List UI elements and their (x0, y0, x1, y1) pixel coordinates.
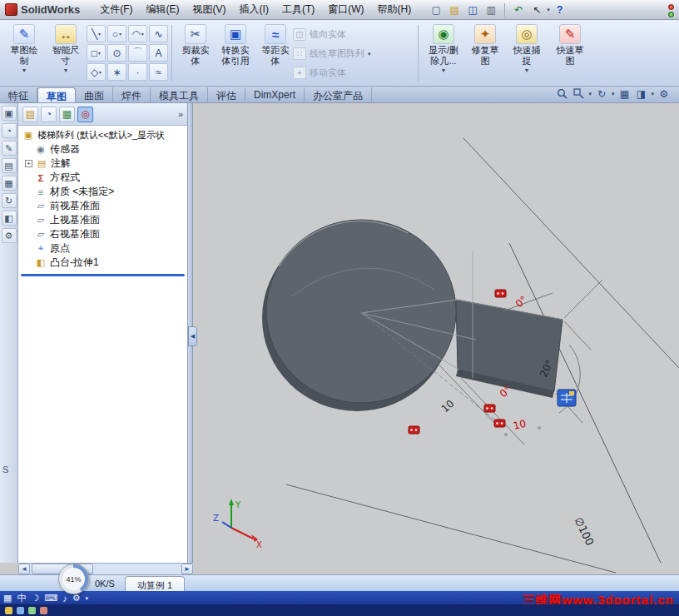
tree-item-material[interactable]: ≡ 材质 <未指定> (18, 185, 187, 199)
smart-dimension-dropdown-icon[interactable]: ▼ (63, 67, 69, 74)
dimxpert-manager-tab-icon[interactable]: ◎ (77, 107, 93, 122)
rectangle-tool-button[interactable]: □▾ (87, 44, 106, 62)
resources-side-tab[interactable]: S (2, 464, 8, 474)
trim-entities-button[interactable]: ✂ 剪裁实 体 (175, 22, 216, 84)
annotation-strip-icon[interactable]: ▤ (2, 158, 17, 173)
view-orientation-dropdown-icon[interactable]: ▾ (612, 91, 615, 97)
dimension-angle-0-top[interactable]: 0° (513, 294, 529, 310)
rapid-sketch-button[interactable]: ✎ 快速草 图 (549, 22, 591, 84)
mirror-entities-button[interactable]: ◫ 镜向实体 (293, 25, 384, 44)
display-delete-relations-button[interactable]: ◉ 显示/删 除几... ▼ (423, 22, 464, 84)
sketch-edge-line[interactable] (286, 484, 616, 573)
diameter-dimension-line[interactable] (509, 243, 661, 563)
ime-keyboard-icon[interactable]: ⌨ (44, 593, 57, 604)
sketch-point[interactable] (504, 433, 508, 436)
dimension-palette-icon[interactable] (558, 390, 576, 406)
perimeter-circle-tool-button[interactable]: ⊙ (107, 44, 126, 62)
ime-language-indicator[interactable]: 中 (17, 592, 26, 604)
menu-tools[interactable]: 工具(T) (275, 0, 321, 19)
open-document-icon[interactable]: ▤ (446, 2, 463, 17)
sketch-button[interactable]: ✎ 草图绘 制 ▼ (3, 22, 45, 84)
scroll-right-icon[interactable]: ► (181, 564, 193, 574)
arc-tool-button[interactable]: ◠▾ (128, 25, 147, 42)
centerline-tool-button[interactable]: ≈ (149, 63, 168, 81)
select-filter-icon[interactable]: ▣ (2, 106, 17, 121)
tab-evaluate[interactable]: 评估 (208, 87, 245, 102)
tab-sketch[interactable]: 草图 (37, 87, 76, 102)
rollback-bar[interactable] (21, 274, 185, 276)
tab-weldments[interactable]: 焊件 (113, 87, 151, 102)
menu-insert[interactable]: 插入(I) (233, 0, 275, 19)
print-icon[interactable]: ▥ (483, 2, 499, 17)
pattern-dropdown-icon[interactable]: ▾ (368, 50, 371, 57)
settings-strip-icon[interactable]: ⚙ (2, 228, 17, 243)
ime-dropdown-icon[interactable]: ▾ (86, 595, 89, 602)
menu-file[interactable]: 文件(F) (93, 0, 139, 19)
sketch-strip-icon[interactable]: ✎ (2, 141, 17, 156)
quick-launch-icon[interactable] (17, 607, 24, 614)
repair-sketch-button[interactable]: ✦ 修复草 图 (464, 22, 506, 84)
scroll-left-icon[interactable]: ◄ (18, 564, 30, 574)
rotate-strip-icon[interactable]: ↻ (2, 193, 17, 208)
motion-study-tab[interactable]: 动算例 1 (125, 576, 185, 592)
circle-tool-button[interactable]: ○▾ (107, 25, 126, 42)
dimension-width-10-red[interactable]: 10 (512, 418, 527, 432)
dimension-flag-icon[interactable] (495, 290, 506, 297)
record-indicator-icon[interactable] (668, 4, 674, 10)
extrude-strip-icon[interactable]: ◧ (2, 211, 17, 226)
offset-entities-button[interactable]: ≈ 等距实 体 (255, 22, 296, 84)
line-dropdown-icon[interactable]: ▾ (98, 31, 101, 37)
tree-item-equations[interactable]: Σ 方程式 (18, 171, 187, 185)
quick-snaps-button[interactable]: ◎ 快速捕 捉 ▼ (506, 22, 548, 84)
zoom-dropdown-icon[interactable]: ▾ (588, 91, 592, 97)
expand-icon[interactable]: + (25, 160, 32, 167)
tree-item-sensors[interactable]: ◉ 传感器 (18, 142, 187, 156)
view-orientation-icon[interactable]: ▦ (617, 87, 631, 100)
zoom-area-icon[interactable] (572, 87, 585, 100)
dimension-width-10[interactable]: 10 (439, 398, 457, 415)
line-tool-button[interactable]: ╲▾ (87, 25, 106, 42)
sketch-point[interactable] (538, 426, 541, 430)
text-tool-button[interactable]: A (149, 44, 168, 62)
tree-item-top-plane[interactable]: ▱ 上视基准面 (18, 213, 187, 227)
view-settings-icon[interactable]: ⚙ (657, 87, 671, 100)
quick-launch-icon[interactable] (5, 607, 12, 614)
arc-dropdown-icon[interactable]: ▾ (141, 31, 144, 37)
spline-tool-button[interactable]: ∿ (149, 25, 168, 42)
help-icon[interactable]: ? (552, 2, 568, 17)
tree-item-annotations[interactable]: + ▤ 注解 (18, 156, 187, 171)
tab-dimxpert[interactable]: DimXpert (245, 87, 305, 102)
graphics-viewport[interactable]: 0° 20° 10 0° 10 ∅100 (193, 103, 679, 574)
tree-item-boss-extrude1[interactable]: ◧ 凸台-拉伸1 (18, 256, 187, 270)
dimension-flag-icon[interactable] (409, 426, 419, 434)
menu-window[interactable]: 窗口(W) (321, 0, 370, 19)
tab-mold-tools[interactable]: 模具工具 (151, 87, 208, 102)
menu-edit[interactable]: 编辑(E) (140, 0, 186, 19)
feature-manager-tab-icon[interactable]: ▤ (22, 107, 38, 122)
tree-item-front-plane[interactable]: ▱ 前视基准面 (18, 199, 187, 213)
status-indicator-icon[interactable] (668, 12, 674, 17)
collapse-panel-icon[interactable]: ◀ (188, 326, 197, 346)
tangent-arc-tool-button[interactable]: ⌒ (128, 44, 147, 62)
rectangle-dropdown-icon[interactable]: ▾ (98, 50, 101, 56)
dimension-diameter-100[interactable]: ∅100 (572, 515, 596, 548)
property-manager-tab-icon[interactable]: ◔ (41, 107, 57, 122)
polygon-tool-button[interactable]: ◇▾ (87, 63, 106, 81)
zoom-fit-icon[interactable] (555, 87, 568, 100)
ime-sound-icon[interactable]: ♪ (62, 594, 67, 604)
smart-dimension-button[interactable]: ↔ 智能尺 寸 ▼ (45, 22, 87, 84)
dimension-flag-icon[interactable] (484, 405, 495, 412)
display-style-dropdown-icon[interactable]: ▾ (651, 91, 654, 97)
sketch-dropdown-icon[interactable]: ▼ (22, 67, 27, 74)
menu-view[interactable]: 视图(V) (186, 0, 233, 19)
toolbar-dropdown-icon[interactable]: ▾ (547, 7, 550, 13)
tree-horizontal-scrollbar[interactable]: ◄ ► (18, 563, 193, 574)
dimension-flag-icon[interactable] (494, 420, 505, 427)
circle-dropdown-icon[interactable]: ▾ (119, 31, 121, 37)
grid-strip-icon[interactable]: ▦ (2, 176, 17, 191)
ime-grid-icon[interactable]: ▦ (3, 593, 12, 604)
point-tool-button[interactable]: · (128, 63, 147, 81)
display-style-icon[interactable]: ◨ (634, 87, 647, 100)
ime-moon-icon[interactable]: ☽ (31, 593, 39, 604)
tree-item-right-plane[interactable]: ▱ 右视基准面 (18, 227, 187, 241)
